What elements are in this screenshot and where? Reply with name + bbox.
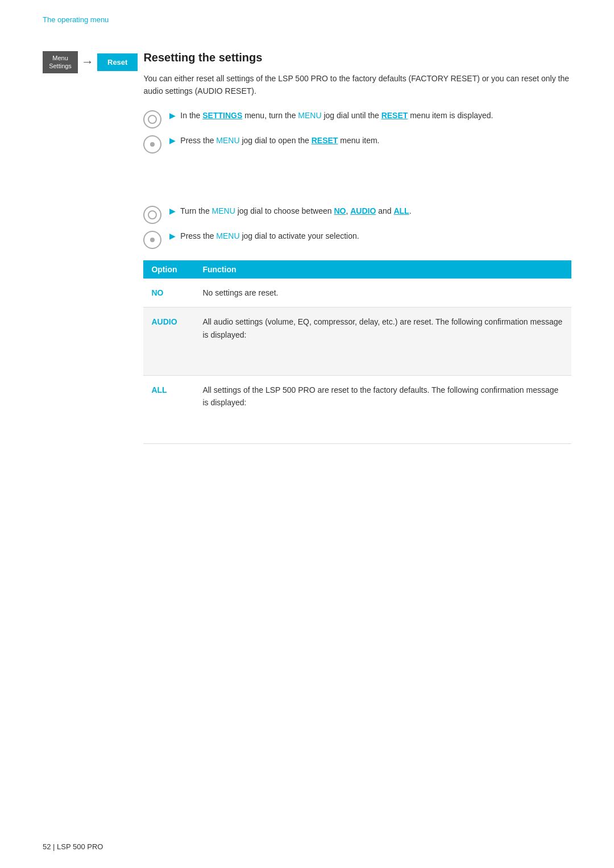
table-cell-option: AUDIO <box>143 308 194 376</box>
step1-text: ▶ In the SETTINGS menu, turn the MENU jo… <box>169 109 493 122</box>
jog-dial-press-icon <box>143 135 161 153</box>
intro-paragraph: You can either reset all settings of the… <box>143 72 571 98</box>
table-row: ALLAll settings of the LSP 500 PRO are r… <box>143 375 571 443</box>
table-col-option: Option <box>143 260 194 279</box>
page-footer: 52 | LSP 500 PRO <box>43 842 103 851</box>
nav-graphic: Menu Settings → Reset <box>43 51 138 73</box>
table-cell-function: All settings of the LSP 500 PRO are rese… <box>194 375 571 443</box>
table-cell-function: No settings are reset. <box>194 279 571 308</box>
nav-reset-box: Reset <box>97 53 138 71</box>
section-title: Resetting the settings <box>143 51 571 64</box>
table-col-function: Function <box>194 260 571 279</box>
breadcrumb: The operating menu <box>43 15 109 24</box>
table-cell-function: All audio settings (volume, EQ, compress… <box>194 308 571 376</box>
step3-text: ▶ Turn the MENU jog dial to choose betwe… <box>169 205 411 217</box>
jog-dial-press2-icon <box>143 231 161 249</box>
table-cell-option: NO <box>143 279 194 308</box>
table-row: AUDIOAll audio settings (volume, EQ, com… <box>143 308 571 376</box>
step1-row: ▶ In the SETTINGS menu, turn the MENU jo… <box>143 109 571 128</box>
nav-menu-settings-box: Menu Settings <box>43 51 78 73</box>
table-row: NONo settings are reset. <box>143 279 571 308</box>
step4-row: ▶ Press the MENU jog dial to activate yo… <box>143 230 571 249</box>
jog-dial-turn-icon <box>143 110 161 128</box>
jog-dial-turn2-icon <box>143 206 161 224</box>
step3-row: ▶ Turn the MENU jog dial to choose betwe… <box>143 205 571 224</box>
step4-text: ▶ Press the MENU jog dial to activate yo… <box>169 230 359 242</box>
options-table: Option Function NONo settings are reset.… <box>143 260 571 444</box>
nav-arrow-icon: → <box>81 55 94 69</box>
step2-row: ▶ Press the MENU jog dial to open the RE… <box>143 134 571 153</box>
table-cell-option: ALL <box>143 375 194 443</box>
step2-text: ▶ Press the MENU jog dial to open the RE… <box>169 134 379 147</box>
